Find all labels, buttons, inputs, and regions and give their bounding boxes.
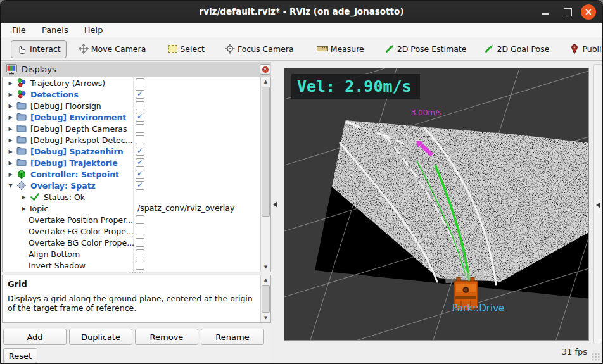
tool-move-camera[interactable]: Move Camera [75, 41, 149, 56]
row-checkbox[interactable] [136, 227, 144, 235]
tree-row[interactable]: ▶ [Debug] Parkspot Detec... [3, 134, 270, 146]
tree-row-label: Overtake FG Color Prope... [29, 227, 134, 236]
tree-row[interactable]: ▶ Status: Ok [3, 191, 270, 203]
row-checkbox[interactable] [136, 238, 144, 247]
ruler-icon [317, 46, 328, 52]
expander-icon[interactable]: ▶ [6, 160, 15, 166]
tool-measure[interactable]: Measure [314, 42, 367, 56]
displays-panel-close-button[interactable]: ✕ [260, 64, 270, 75]
tool-label: Select [180, 44, 205, 54]
tree-row[interactable]: ▼ Overlay: Spatz [3, 180, 270, 191]
expander-icon[interactable]: ▶ [6, 92, 15, 97]
row-checkbox[interactable] [136, 135, 144, 144]
expander-icon[interactable]: ▶ [6, 126, 15, 132]
tool-publish-point[interactable]: Publish Point [566, 41, 603, 57]
menu-help[interactable]: Help [78, 24, 110, 36]
expander-icon[interactable]: ▶ [6, 149, 15, 154]
displays-panel-header[interactable]: Displays [2, 62, 271, 77]
row-checkbox[interactable] [136, 113, 144, 122]
tree-row-label: [Debug] Parkspot Detec... [30, 135, 133, 145]
expander-icon[interactable]: ▶ [19, 206, 29, 211]
scroll-down-icon[interactable]: ▼ [261, 263, 270, 272]
tool-select[interactable]: Select [165, 42, 208, 56]
tool-interact[interactable]: Interact [11, 40, 67, 58]
row-checkbox[interactable] [136, 215, 144, 224]
folder-icon [16, 123, 27, 134]
selection-description: Grid Displays a grid along the ground pl… [2, 275, 271, 323]
minimize-button[interactable] [539, 5, 553, 19]
scroll-up-icon[interactable]: ▲ [261, 77, 270, 86]
scroll-down-icon[interactable]: ▼ [261, 313, 270, 322]
row-checkbox[interactable] [136, 78, 144, 87]
rename-button[interactable]: Rename [201, 329, 264, 345]
expander-icon[interactable]: ▶ [19, 194, 29, 200]
title-bar[interactable]: rviz/default.rviz* - RViz (on ade_jonaso… [1, 1, 602, 23]
menu-panels[interactable]: Panels [35, 24, 75, 36]
resize-grip[interactable] [592, 353, 600, 361]
scrollbar-thumb[interactable] [262, 87, 270, 217]
tool-label: Interact [30, 44, 61, 54]
tree-row-label: Topic [29, 204, 48, 213]
expander-icon[interactable]: ▶ [6, 137, 15, 143]
row-checkbox[interactable] [136, 181, 144, 190]
tree-row[interactable]: ▶ [Debug] Floorsign [3, 100, 270, 111]
row-checkbox[interactable] [136, 147, 144, 156]
row-checkbox[interactable] [136, 101, 144, 110]
duplicate-button[interactable]: Duplicate [69, 329, 132, 345]
render-view-3d[interactable]: 3.00m/s Park::Drive Vel: 2.90m/s [284, 68, 589, 341]
remove-button[interactable]: Remove [135, 329, 198, 345]
displays-tree[interactable]: ▶ Trajectory (Arrows) ▶ Detections ▶ [De… [2, 77, 271, 272]
row-checkbox[interactable] [136, 261, 144, 270]
tree-row-label: [Debug] Trajektorie [30, 158, 118, 168]
folder-icon [16, 158, 27, 168]
tree-row[interactable]: ▶ [Debug] Environment [3, 111, 270, 123]
check-icon [30, 192, 40, 202]
tree-row[interactable]: ▶ [Debug] Depth Cameras [3, 123, 270, 134]
tree-row-label: Status: Ok [44, 192, 85, 202]
tree-scrollbar[interactable]: ▲ ▼ [260, 77, 270, 272]
row-checkbox[interactable] [136, 124, 144, 133]
description-scrollbar[interactable]: ▲ ▼ [260, 275, 270, 322]
tree-row[interactable]: ▶ [Debug] Trajektorie [3, 157, 270, 168]
markers-icon [16, 89, 27, 99]
folder-icon [16, 146, 27, 156]
tree-row[interactable]: ▶ [Debug] Spatzenhirn [3, 146, 270, 157]
tool-2d-pose-estimate[interactable]: 2D Pose Estimate [381, 41, 470, 56]
add-button[interactable]: Add [3, 329, 67, 345]
expander-icon[interactable]: ▶ [6, 172, 15, 177]
expander-icon[interactable]: ▶ [6, 80, 15, 86]
scroll-up-icon[interactable]: ▲ [261, 275, 270, 284]
expander-icon[interactable]: ▶ [6, 103, 15, 109]
tree-row[interactable]: ▶ Controller: Setpoint [3, 168, 270, 180]
tree-row[interactable]: Overtake Position Proper... [3, 214, 270, 225]
scrollbar-thumb[interactable] [262, 285, 270, 313]
row-checkbox[interactable] [136, 249, 144, 258]
tree-row[interactable]: ▶ Trajectory (Arrows) [3, 77, 270, 89]
tree-row[interactable]: ▶ Detections [3, 89, 270, 100]
menu-file[interactable]: File [6, 24, 32, 36]
tool-focus-camera[interactable]: Focus Camera [222, 41, 297, 56]
row-checkbox[interactable] [136, 170, 144, 179]
right-dock-strip[interactable] [593, 64, 602, 344]
tree-row[interactable]: Overtake FG Color Prope... [3, 225, 270, 237]
expander-icon[interactable]: ▶ [6, 115, 15, 120]
tool-2d-goal-pose[interactable]: 2D Goal Pose [481, 41, 552, 56]
collapse-left-icon[interactable] [273, 201, 277, 208]
render-area: 3.00m/s Park::Drive Vel: 2.90m/s [271, 61, 603, 364]
row-checkbox[interactable] [136, 90, 144, 99]
tree-row-label: [Debug] Spatzenhirn [30, 147, 124, 156]
row-checkbox[interactable] [136, 158, 144, 167]
maximize-button[interactable] [561, 5, 574, 19]
close-button[interactable]: × [581, 4, 596, 20]
hand-icon [16, 44, 27, 54]
cube-icon [16, 169, 27, 179]
green-arrow-icon [384, 44, 395, 54]
map-pin-icon [569, 44, 580, 54]
tree-row[interactable]: Align Bottom [3, 248, 270, 260]
topic-value[interactable]: /spatz_conv/rviz_overlay [137, 203, 234, 213]
tree-row[interactable]: Overtake BG Color Prope... [3, 237, 270, 248]
expander-icon[interactable]: ▼ [6, 183, 15, 189]
collapse-right-icon[interactable] [596, 202, 600, 208]
reset-button[interactable]: Reset [3, 348, 37, 363]
tree-row[interactable]: ▶ Topic /spatz_conv/rviz_overlay [3, 203, 270, 214]
